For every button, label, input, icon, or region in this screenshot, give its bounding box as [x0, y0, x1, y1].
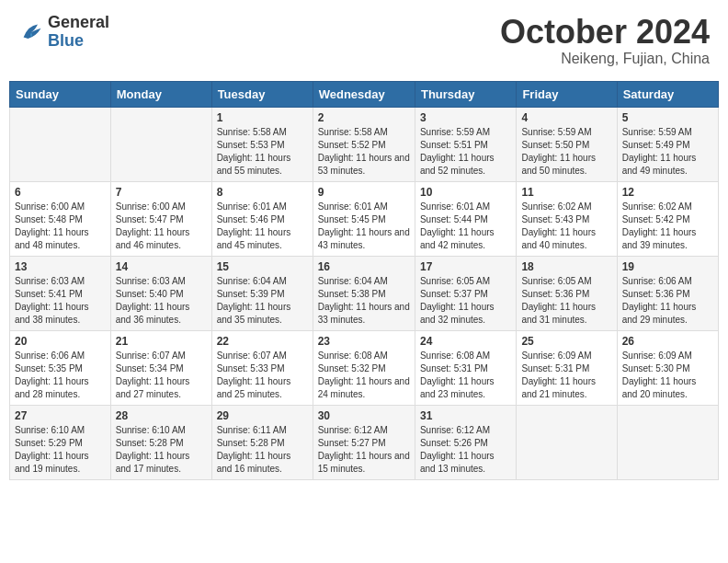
- calendar-cell: 9Sunrise: 6:01 AMSunset: 5:45 PMDaylight…: [313, 181, 415, 256]
- day-number: 4: [521, 111, 611, 124]
- logo-bird-icon: [18, 19, 44, 45]
- month-title: October 2024: [500, 14, 710, 51]
- day-info: Sunrise: 6:05 AMSunset: 5:36 PMDaylight:…: [521, 275, 611, 327]
- day-number: 9: [318, 186, 410, 199]
- calendar-cell: 25Sunrise: 6:09 AMSunset: 5:31 PMDayligh…: [517, 330, 617, 405]
- calendar-cell: [517, 405, 617, 479]
- page-header: General Blue October 2024 Neikeng, Fujia…: [9, 9, 719, 72]
- day-number: 14: [116, 260, 207, 273]
- calendar-cell: 27Sunrise: 6:10 AMSunset: 5:29 PMDayligh…: [10, 405, 111, 479]
- calendar-week-1: 1Sunrise: 5:58 AMSunset: 5:53 PMDaylight…: [10, 107, 719, 181]
- day-info: Sunrise: 6:11 AMSunset: 5:28 PMDaylight:…: [217, 424, 308, 476]
- calendar-cell: [617, 405, 718, 479]
- day-number: 15: [217, 260, 308, 273]
- day-info: Sunrise: 6:07 AMSunset: 5:33 PMDaylight:…: [217, 350, 308, 401]
- day-number: 6: [15, 186, 106, 199]
- calendar-cell: 10Sunrise: 6:01 AMSunset: 5:44 PMDayligh…: [415, 181, 516, 256]
- calendar-cell: 20Sunrise: 6:06 AMSunset: 5:35 PMDayligh…: [10, 330, 111, 405]
- day-info: Sunrise: 6:09 AMSunset: 5:30 PMDaylight:…: [622, 350, 713, 401]
- day-number: 30: [318, 409, 410, 422]
- weekday-row: SundayMondayTuesdayWednesdayThursdayFrid…: [10, 81, 719, 107]
- day-info: Sunrise: 6:04 AMSunset: 5:38 PMDaylight:…: [318, 275, 410, 327]
- calendar-cell: 5Sunrise: 5:59 AMSunset: 5:49 PMDaylight…: [617, 107, 718, 181]
- day-number: 18: [521, 260, 611, 273]
- weekday-header-sunday: Sunday: [10, 81, 111, 107]
- day-number: 20: [15, 335, 106, 348]
- logo-general: General: [48, 14, 109, 32]
- calendar-cell: 4Sunrise: 5:59 AMSunset: 5:50 PMDaylight…: [517, 107, 617, 181]
- day-info: Sunrise: 6:03 AMSunset: 5:41 PMDaylight:…: [15, 275, 106, 327]
- day-info: Sunrise: 6:02 AMSunset: 5:42 PMDaylight:…: [622, 201, 713, 252]
- day-info: Sunrise: 6:01 AMSunset: 5:44 PMDaylight:…: [420, 201, 511, 252]
- calendar-cell: 17Sunrise: 6:05 AMSunset: 5:37 PMDayligh…: [415, 256, 516, 330]
- calendar-cell: 24Sunrise: 6:08 AMSunset: 5:31 PMDayligh…: [415, 330, 516, 405]
- calendar-cell: 3Sunrise: 5:59 AMSunset: 5:51 PMDaylight…: [415, 107, 516, 181]
- day-info: Sunrise: 6:05 AMSunset: 5:37 PMDaylight:…: [420, 275, 511, 327]
- calendar-cell: 12Sunrise: 6:02 AMSunset: 5:42 PMDayligh…: [617, 181, 718, 256]
- calendar-cell: 21Sunrise: 6:07 AMSunset: 5:34 PMDayligh…: [110, 330, 211, 405]
- day-number: 26: [622, 335, 713, 348]
- day-number: 1: [217, 111, 308, 124]
- title-block: October 2024 Neikeng, Fujian, China: [500, 14, 710, 67]
- weekday-header-monday: Monday: [110, 81, 211, 107]
- day-number: 8: [217, 186, 308, 199]
- calendar-table: SundayMondayTuesdayWednesdayThursdayFrid…: [9, 81, 719, 480]
- day-number: 16: [318, 260, 410, 273]
- calendar-cell: 2Sunrise: 5:58 AMSunset: 5:52 PMDaylight…: [313, 107, 415, 181]
- day-info: Sunrise: 6:08 AMSunset: 5:32 PMDaylight:…: [318, 350, 410, 401]
- day-info: Sunrise: 6:07 AMSunset: 5:34 PMDaylight:…: [116, 350, 207, 401]
- day-number: 27: [15, 409, 106, 422]
- day-info: Sunrise: 6:02 AMSunset: 5:43 PMDaylight:…: [521, 201, 611, 252]
- location: Neikeng, Fujian, China: [500, 51, 710, 67]
- calendar-cell: 1Sunrise: 5:58 AMSunset: 5:53 PMDaylight…: [211, 107, 313, 181]
- calendar-cell: 19Sunrise: 6:06 AMSunset: 5:36 PMDayligh…: [617, 256, 718, 330]
- logo-text: General Blue: [48, 14, 109, 51]
- calendar-cell: [110, 107, 211, 181]
- day-number: 25: [521, 335, 611, 348]
- day-number: 23: [318, 335, 410, 348]
- day-info: Sunrise: 6:10 AMSunset: 5:28 PMDaylight:…: [116, 424, 207, 476]
- day-info: Sunrise: 6:12 AMSunset: 5:26 PMDaylight:…: [420, 424, 511, 476]
- day-info: Sunrise: 5:59 AMSunset: 5:51 PMDaylight:…: [420, 126, 511, 178]
- day-number: 31: [420, 409, 511, 422]
- calendar-cell: 11Sunrise: 6:02 AMSunset: 5:43 PMDayligh…: [517, 181, 617, 256]
- calendar-week-2: 6Sunrise: 6:00 AMSunset: 5:48 PMDaylight…: [10, 181, 719, 256]
- calendar-week-4: 20Sunrise: 6:06 AMSunset: 5:35 PMDayligh…: [10, 330, 719, 405]
- day-info: Sunrise: 5:58 AMSunset: 5:52 PMDaylight:…: [318, 126, 410, 178]
- calendar-body: 1Sunrise: 5:58 AMSunset: 5:53 PMDaylight…: [10, 107, 719, 479]
- calendar-cell: 28Sunrise: 6:10 AMSunset: 5:28 PMDayligh…: [110, 405, 211, 479]
- calendar-cell: 16Sunrise: 6:04 AMSunset: 5:38 PMDayligh…: [313, 256, 415, 330]
- calendar-cell: 7Sunrise: 6:00 AMSunset: 5:47 PMDaylight…: [110, 181, 211, 256]
- calendar-week-5: 27Sunrise: 6:10 AMSunset: 5:29 PMDayligh…: [10, 405, 719, 479]
- day-info: Sunrise: 6:06 AMSunset: 5:35 PMDaylight:…: [15, 350, 106, 401]
- calendar-week-3: 13Sunrise: 6:03 AMSunset: 5:41 PMDayligh…: [10, 256, 719, 330]
- day-info: Sunrise: 6:08 AMSunset: 5:31 PMDaylight:…: [420, 350, 511, 401]
- calendar-cell: 14Sunrise: 6:03 AMSunset: 5:40 PMDayligh…: [110, 256, 211, 330]
- calendar-cell: 30Sunrise: 6:12 AMSunset: 5:27 PMDayligh…: [313, 405, 415, 479]
- day-number: 7: [116, 186, 207, 199]
- calendar-cell: 29Sunrise: 6:11 AMSunset: 5:28 PMDayligh…: [211, 405, 313, 479]
- day-info: Sunrise: 6:01 AMSunset: 5:45 PMDaylight:…: [318, 201, 410, 252]
- day-number: 13: [15, 260, 106, 273]
- day-info: Sunrise: 5:58 AMSunset: 5:53 PMDaylight:…: [217, 126, 308, 178]
- day-info: Sunrise: 6:01 AMSunset: 5:46 PMDaylight:…: [217, 201, 308, 252]
- weekday-header-tuesday: Tuesday: [211, 81, 313, 107]
- day-info: Sunrise: 6:10 AMSunset: 5:29 PMDaylight:…: [15, 424, 106, 476]
- day-info: Sunrise: 6:04 AMSunset: 5:39 PMDaylight:…: [217, 275, 308, 327]
- calendar-cell: 22Sunrise: 6:07 AMSunset: 5:33 PMDayligh…: [211, 330, 313, 405]
- day-number: 28: [116, 409, 207, 422]
- calendar-cell: 18Sunrise: 6:05 AMSunset: 5:36 PMDayligh…: [517, 256, 617, 330]
- day-number: 2: [318, 111, 410, 124]
- day-number: 22: [217, 335, 308, 348]
- weekday-header-saturday: Saturday: [617, 81, 718, 107]
- day-number: 11: [521, 186, 611, 199]
- day-number: 5: [622, 111, 713, 124]
- logo-blue: Blue: [48, 32, 109, 51]
- day-info: Sunrise: 6:03 AMSunset: 5:40 PMDaylight:…: [116, 275, 207, 327]
- day-number: 21: [116, 335, 207, 348]
- day-info: Sunrise: 5:59 AMSunset: 5:50 PMDaylight:…: [521, 126, 611, 178]
- calendar-cell: 8Sunrise: 6:01 AMSunset: 5:46 PMDaylight…: [211, 181, 313, 256]
- calendar-header: SundayMondayTuesdayWednesdayThursdayFrid…: [10, 81, 719, 107]
- day-info: Sunrise: 6:12 AMSunset: 5:27 PMDaylight:…: [318, 424, 410, 476]
- weekday-header-friday: Friday: [517, 81, 617, 107]
